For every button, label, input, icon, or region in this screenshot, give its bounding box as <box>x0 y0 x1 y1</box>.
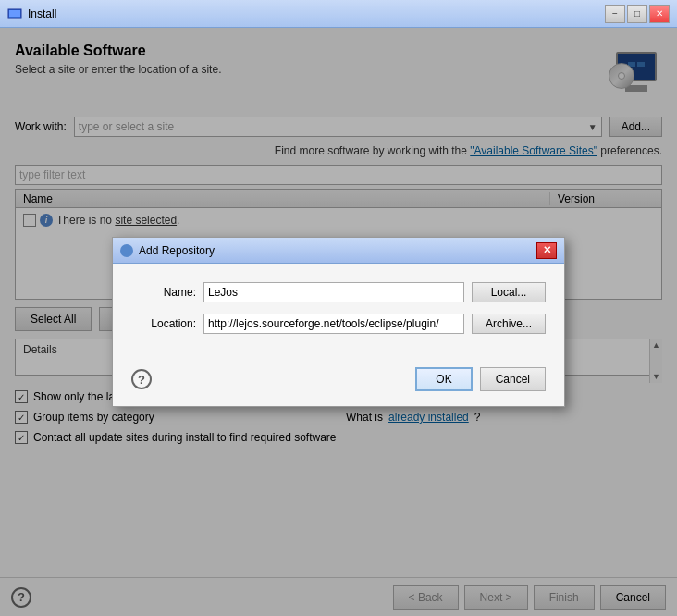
modal-action-buttons: OK Cancel <box>415 367 546 391</box>
location-input[interactable] <box>203 314 464 334</box>
modal-cancel-button[interactable]: Cancel <box>480 367 546 391</box>
window-icon <box>7 6 22 21</box>
name-input[interactable] <box>203 282 464 302</box>
modal-footer: ? OK Cancel <box>113 360 564 406</box>
local-button[interactable]: Local... <box>472 282 546 302</box>
name-label: Name: <box>131 286 196 299</box>
main-window: Available Software Select a site or ente… <box>0 28 677 616</box>
svg-rect-1 <box>9 10 20 17</box>
window-title: Install <box>28 7 605 20</box>
location-field-row: Location: Archive... <box>131 314 546 334</box>
archive-button[interactable]: Archive... <box>472 314 546 334</box>
modal-help-icon[interactable]: ? <box>131 369 152 389</box>
name-field-row: Name: Local... <box>131 282 546 302</box>
modal-icon <box>120 244 133 257</box>
title-bar: Install − □ ✕ <box>0 0 677 28</box>
close-button[interactable]: ✕ <box>649 5 670 23</box>
modal-title: Add Repository <box>139 244 536 257</box>
modal-body: Name: Local... Location: Archive... <box>113 264 564 360</box>
modal-title-bar: Add Repository ✕ <box>113 238 564 264</box>
maximize-button[interactable]: □ <box>627 5 647 23</box>
modal-overlay: Add Repository ✕ Name: Local... Location… <box>0 28 677 616</box>
window-controls: − □ ✕ <box>605 5 670 23</box>
location-label: Location: <box>131 317 196 330</box>
ok-button[interactable]: OK <box>415 367 472 391</box>
modal-close-button[interactable]: ✕ <box>536 242 557 259</box>
svg-point-5 <box>123 247 130 254</box>
minimize-button[interactable]: − <box>605 5 625 23</box>
add-repository-dialog: Add Repository ✕ Name: Local... Location… <box>112 237 565 407</box>
